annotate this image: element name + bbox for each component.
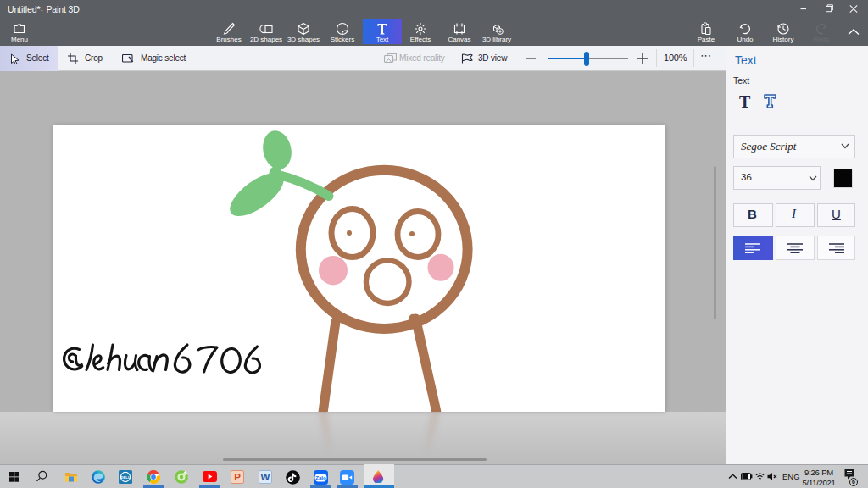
svg-text:Zalo: Zalo xyxy=(315,474,326,480)
svg-text:W: W xyxy=(261,472,270,482)
svg-text:P: P xyxy=(234,472,241,482)
svg-text:DELL: DELL xyxy=(121,475,131,480)
